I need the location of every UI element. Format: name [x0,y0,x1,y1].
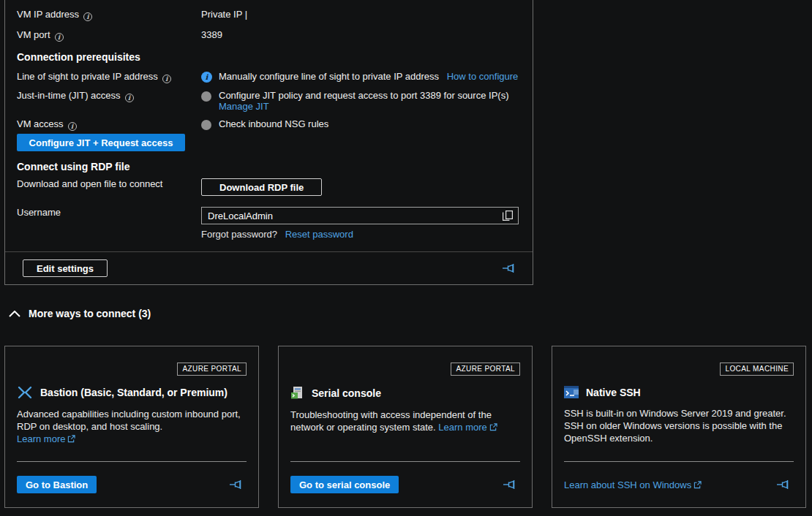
info-icon[interactable] [162,75,171,83]
info-icon[interactable] [68,122,77,131]
vm-ip-value[interactable]: Private IP | [201,7,533,20]
pin-icon [502,263,518,273]
username-field-wrap [201,207,519,224]
vm-ip-row: VM IP address Private IP | [5,7,533,21]
username-row: Username Forgot password? Reset password [5,205,533,240]
external-link-icon [489,423,497,431]
how-to-configure-link[interactable]: How to configure [447,71,519,82]
username-label: Username [17,205,201,218]
vm-access-text: Check inbound NSG rules [219,118,328,129]
connect-cards: AZURE PORTAL Bastion (Basic, Standard, o… [4,346,807,508]
rdp-heading: Connect using RDP file [17,161,533,172]
reset-password-link[interactable]: Reset password [285,229,353,240]
jit-label: Just-in-time (JIT) access [17,88,201,102]
edit-settings-button[interactable]: Edit settings [23,259,108,277]
card-bastion: AZURE PORTAL Bastion (Basic, Standard, o… [4,346,259,508]
configure-jit-button[interactable]: Configure JIT + Request access [17,134,185,151]
card-description: SSH is built-in on Windows Server 2019 a… [564,407,794,444]
vm-access-row: VM access Check inbound NSG rules [5,117,533,131]
jit-label-text: Just-in-time (JIT) access [17,90,121,101]
card-description-text: Advanced capabilities including custom i… [17,409,241,432]
vm-port-row: VM port 3389 [5,28,533,42]
prerequisites-heading: Connection prerequisites [17,51,533,63]
status-pending-icon [201,91,211,102]
line-of-sight-label: Line of sight to private IP address [17,69,201,83]
download-label: Download and open file to connect [17,177,201,189]
line-of-sight-status: Manually configure line of sight to priv… [201,69,533,83]
serial-console-icon [290,386,304,400]
learn-about-ssh-link[interactable]: Learn about SSH on Windows [564,479,702,490]
card-title: Bastion (Basic, Standard, or Premium) [40,387,228,398]
chevron-up-icon [9,311,20,317]
download-row: Download and open file to connect Downlo… [5,177,533,196]
line-of-sight-text: Manually configure line of sight to priv… [219,71,439,82]
pin-button[interactable] [501,478,520,491]
info-filled-icon [201,72,212,83]
panel-footer: Edit settings [5,251,533,284]
jit-row: Just-in-time (JIT) access Configure JIT … [5,88,533,112]
pin-icon [229,479,245,490]
pin-button[interactable] [775,478,794,491]
card-serial-console: AZURE PORTAL Serial console Troubleshoot… [278,346,533,508]
bastion-icon [17,386,33,399]
copy-icon [503,210,513,221]
jit-text: Configure JIT policy and request access … [219,90,508,101]
username-value: Forgot password? Reset password [201,205,533,240]
vm-port-label: VM port [17,28,201,42]
vm-ip-value-text: Private IP | [201,9,247,20]
native-ssh-icon [564,386,579,398]
vm-access-label: VM access [17,117,201,131]
vm-ip-label: VM IP address [17,7,201,21]
more-ways-label: More ways to connect (3) [29,308,151,319]
card-description-text: SSH is built-in on Windows Server 2019 a… [564,408,786,444]
vm-ip-label-text: VM IP address [17,9,79,20]
connect-panel: VM IP address Private IP | VM port 3389 … [4,0,533,285]
download-rdp-button[interactable]: Download RDP file [201,178,322,196]
copy-button[interactable] [497,208,518,224]
learn-more-link[interactable]: Learn more [17,433,75,444]
card-footer: Go to Bastion [17,462,247,507]
forgot-password-row: Forgot password? Reset password [201,229,533,240]
learn-about-ssh-text: Learn about SSH on Windows [564,479,691,490]
more-ways-toggle[interactable]: More ways to connect (3) [9,308,151,319]
info-icon[interactable] [83,12,92,21]
external-link-icon [693,481,702,489]
pin-icon [503,479,519,490]
go-to-serial-console-button[interactable]: Go to serial console [290,476,399,493]
line-of-sight-label-text: Line of sight to private IP address [17,71,158,82]
learn-more-link[interactable]: Learn more [438,422,497,433]
pin-button[interactable] [500,262,519,275]
card-description: Troubleshooting with access independent … [290,409,520,433]
card-description: Advanced capabilities including custom i… [17,408,247,445]
line-of-sight-row: Line of sight to private IP address Manu… [5,69,533,83]
card-footer: Learn about SSH on Windows [564,462,794,507]
username-input[interactable] [202,210,497,221]
card-title: Native SSH [586,387,641,398]
status-pending-icon [201,120,211,130]
card-footer: Go to serial console [290,462,520,507]
jit-status: Configure JIT policy and request access … [201,88,533,112]
pin-icon [776,479,792,490]
go-to-bastion-button[interactable]: Go to Bastion [17,476,97,493]
vm-port-label-text: VM port [17,29,50,40]
pin-button[interactable] [228,478,247,491]
external-link-icon [67,435,75,443]
info-icon[interactable] [55,33,64,42]
vm-access-status: Check inbound NSG rules [201,117,533,130]
info-icon[interactable] [125,94,134,102]
forgot-password-text: Forgot password? [201,229,277,240]
vm-access-label-text: VM access [17,118,64,129]
learn-more-text: Learn more [438,422,486,433]
badge-local-machine: LOCAL MACHINE [720,363,794,376]
vm-port-value-text: 3389 [201,29,222,40]
vm-port-value[interactable]: 3389 [201,28,533,40]
card-title: Serial console [312,387,381,399]
download-value: Download RDP file [201,177,533,196]
learn-more-text: Learn more [17,433,65,444]
badge-azure-portal: AZURE PORTAL [177,363,247,376]
manage-jit-link[interactable]: Manage JIT [219,101,269,112]
card-native-ssh: LOCAL MACHINE Native SSH SSH is built-in… [552,346,806,508]
badge-azure-portal: AZURE PORTAL [451,363,520,376]
